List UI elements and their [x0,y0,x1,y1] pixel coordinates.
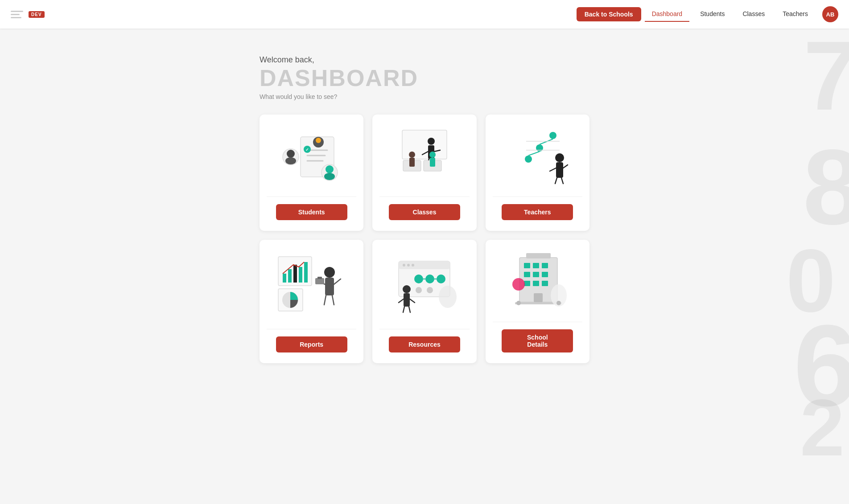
back-to-schools-button[interactable]: Back to Schools [577,7,641,21]
card-divider [493,197,582,197]
card-divider [379,197,469,197]
classes-button[interactable]: Classes [389,204,460,220]
reports-button[interactable]: Reports [276,336,347,352]
reports-card: Reports [260,240,363,363]
svg-rect-23 [409,158,415,167]
svg-rect-35 [556,162,563,178]
svg-point-62 [425,275,434,283]
teachers-button[interactable]: Teachers [502,204,573,220]
svg-rect-69 [404,293,410,307]
card-grid: ✓ Students [260,115,589,363]
classes-card: Classes [372,115,476,231]
svg-rect-44 [299,267,302,283]
page-title: DASHBOARD [260,66,589,90]
svg-point-13 [324,173,335,180]
svg-line-72 [403,307,404,312]
svg-rect-76 [524,263,530,268]
card-divider [267,329,356,329]
svg-rect-87 [526,253,551,258]
svg-rect-79 [524,272,530,277]
svg-rect-42 [288,269,292,283]
svg-rect-26 [430,158,435,167]
svg-rect-43 [293,265,297,283]
svg-line-73 [409,307,410,312]
svg-line-36 [550,168,556,171]
svg-rect-45 [304,262,308,283]
resources-button[interactable]: Resources [389,336,460,352]
svg-rect-81 [542,272,548,277]
resources-card: Resources [372,240,476,363]
svg-line-38 [555,178,557,184]
nav-item-classes[interactable]: Classes [735,7,772,22]
bg-num-7: 7 [804,27,849,125]
teachers-illustration [493,123,582,186]
svg-line-71 [410,299,415,303]
svg-line-31 [528,152,540,156]
svg-rect-83 [533,281,539,286]
main-nav: Back to Schools Dashboard Students Class… [577,6,838,22]
user-avatar[interactable]: AB [822,6,838,22]
main-content: Welcome back, DASHBOARD What would you l… [242,29,607,390]
svg-point-61 [414,275,423,283]
svg-rect-84 [542,281,548,286]
svg-rect-78 [542,263,548,268]
svg-line-37 [563,165,568,168]
bg-num-0: 0 [786,236,836,325]
svg-point-29 [525,156,532,163]
svg-point-48 [324,267,335,278]
svg-line-53 [332,295,334,305]
logo-line-3 [11,17,21,18]
svg-rect-85 [534,293,543,302]
card-divider [267,197,356,197]
nav-item-teachers[interactable]: Teachers [775,7,815,22]
svg-point-15 [428,138,435,145]
svg-point-90 [516,301,521,305]
svg-point-59 [407,264,410,266]
svg-point-91 [556,301,561,305]
svg-point-9 [287,150,295,158]
logo-area: DEV [11,11,45,18]
svg-line-51 [334,279,341,284]
svg-line-70 [399,299,404,303]
nav-item-dashboard[interactable]: Dashboard [645,7,690,22]
students-card: ✓ Students [260,115,363,231]
teachers-card: Teachers [486,115,589,231]
svg-text:✓: ✓ [305,148,309,152]
svg-point-58 [403,264,405,266]
nav-item-students[interactable]: Students [693,7,732,22]
svg-point-68 [403,285,411,293]
svg-point-74 [439,286,457,308]
svg-point-25 [429,152,436,158]
svg-rect-49 [325,278,334,295]
svg-rect-80 [533,272,539,277]
svg-rect-14 [402,130,447,159]
card-divider [493,322,582,322]
svg-point-27 [549,132,556,139]
logo-icon [11,11,23,18]
svg-point-65 [427,287,433,293]
svg-point-10 [285,157,296,164]
svg-rect-41 [283,274,286,283]
svg-point-22 [409,152,415,158]
svg-rect-54 [315,278,324,284]
svg-line-39 [561,178,563,184]
svg-point-5 [316,138,321,143]
students-button[interactable]: Students [276,204,347,220]
card-divider [379,329,469,329]
reports-illustration [267,249,356,318]
dev-badge: DEV [29,11,45,18]
svg-point-88 [512,278,525,291]
bg-num-6: 6 [793,307,849,423]
school-details-button[interactable]: School Details [502,329,573,352]
svg-rect-77 [533,263,539,268]
background-decoration: 7 8 0 6 2 [724,0,849,504]
bg-num-2: 2 [800,388,845,468]
classes-illustration [379,123,469,186]
svg-rect-82 [524,281,530,286]
svg-line-52 [324,295,326,305]
svg-rect-55 [317,277,322,279]
svg-point-63 [437,275,445,283]
welcome-text: Welcome back, [260,55,589,65]
school-card: School Details [486,240,589,363]
bg-num-8: 8 [803,134,849,241]
